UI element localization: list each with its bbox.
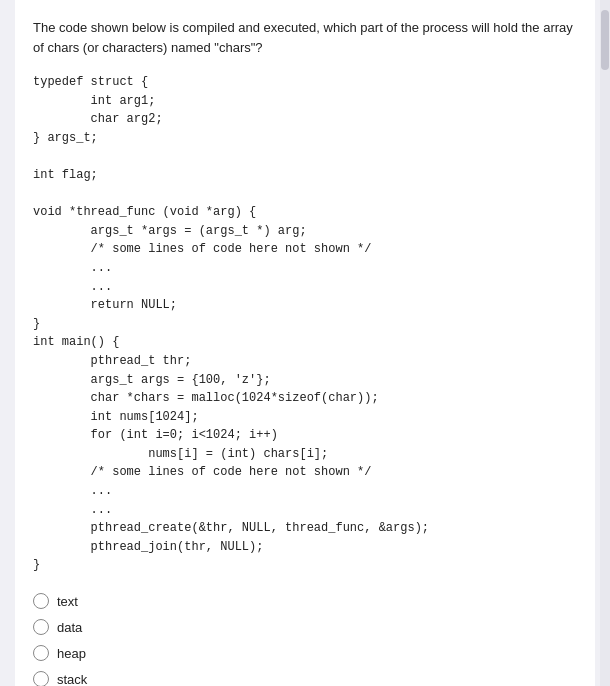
option-label-data: data (57, 620, 82, 635)
option-label-heap: heap (57, 646, 86, 661)
option-item-stack[interactable]: stack (33, 671, 577, 686)
radio-data[interactable] (33, 619, 49, 635)
option-item-data[interactable]: data (33, 619, 577, 635)
radio-stack[interactable] (33, 671, 49, 686)
option-label-text: text (57, 594, 78, 609)
option-item-text[interactable]: text (33, 593, 577, 609)
question-text: The code shown below is compiled and exe… (33, 18, 577, 57)
option-item-heap[interactable]: heap (33, 645, 577, 661)
scrollbar-thumb[interactable] (601, 10, 609, 70)
scrollbar[interactable] (600, 0, 610, 686)
radio-text[interactable] (33, 593, 49, 609)
option-label-stack: stack (57, 672, 87, 686)
code-block: typedef struct { int arg1; char arg2; } … (33, 73, 577, 575)
radio-heap[interactable] (33, 645, 49, 661)
options-section: textdataheapstackBSS (33, 593, 577, 686)
